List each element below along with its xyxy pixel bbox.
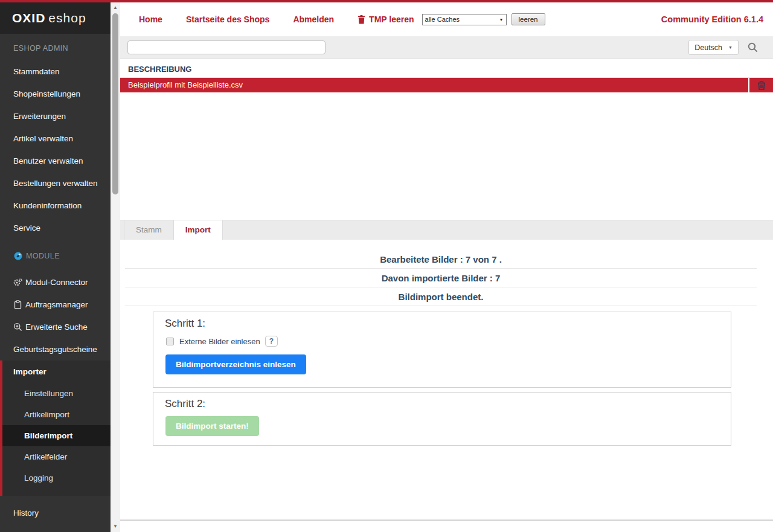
sidebar-item-shopeinstellungen[interactable]: Shopeinstellungen xyxy=(0,83,111,105)
module-section-label: MODULE xyxy=(26,252,60,260)
nav-link-shop-startseite[interactable]: Startseite des Shops xyxy=(186,14,270,24)
list-column-header: BESCHREIBUNG xyxy=(120,59,773,78)
sidebar-item-artikelimport[interactable]: Artikelimport xyxy=(2,404,111,425)
clipboard-icon xyxy=(13,300,22,309)
leeren-button[interactable]: leeren xyxy=(512,13,545,25)
sidebar-item-erweiterungen[interactable]: Erweiterungen xyxy=(0,105,111,127)
sidebar-item-artikelfelder[interactable]: Artikelfelder xyxy=(2,446,111,467)
status-message-processed: Bearbeitete Bilder : 7 von 7 . xyxy=(125,250,757,269)
sidebar-spacer xyxy=(0,264,111,271)
nav-link-home[interactable]: Home xyxy=(139,14,162,24)
external-images-checkbox[interactable] xyxy=(166,338,174,345)
language-select-value: Deutsch xyxy=(694,43,722,52)
sidebar-item-label: Modul-Connector xyxy=(25,271,88,293)
sidebar-item-importer[interactable]: Importer xyxy=(2,361,111,383)
sidebar-item-kundeninformation[interactable]: Kundeninformation xyxy=(0,194,111,217)
sidebar-item-service[interactable]: Service xyxy=(0,217,111,239)
search-icon[interactable] xyxy=(748,42,758,53)
sidebar-importer-block: Importer Einstellungen Artikelimport Bil… xyxy=(0,361,111,496)
sidebar: OXID eshop ESHOP ADMIN Stammdaten Shopei… xyxy=(0,2,111,532)
sidebar-main-nav: Stammdaten Shopeinstellungen Erweiterung… xyxy=(0,60,111,239)
status-message-finished: Bildimport beendet. xyxy=(125,287,757,306)
module-icon xyxy=(13,252,22,261)
import-status-messages: Bearbeitete Bilder : 7 von 7 . Davon imp… xyxy=(125,250,757,306)
sidebar-spacer xyxy=(0,54,111,60)
start-image-import-button[interactable]: Bildimport starten! xyxy=(165,416,259,436)
sidebar-item-label: Auftragsmanager xyxy=(25,293,88,316)
external-images-option: Externe Bilder einlesen ? xyxy=(166,336,719,347)
external-images-label: Externe Bilder einlesen xyxy=(179,337,260,346)
profile-row-label[interactable]: Beispielprofil mit Beispielliste.csv xyxy=(120,78,748,92)
sidebar-item-partial-bottom[interactable]: Exporter xyxy=(0,524,111,532)
sidebar-item-logging[interactable]: Logging xyxy=(2,467,111,489)
profile-list-row: Beispielprofil mit Beispielliste.csv xyxy=(120,78,773,92)
nav-link-abmelden[interactable]: Abmelden xyxy=(293,14,334,24)
cache-select-value: alle Caches xyxy=(425,16,499,23)
trash-icon xyxy=(358,15,365,24)
sidebar-item-auftragsmanager[interactable]: Auftragsmanager xyxy=(0,293,111,316)
chevron-down-icon: ▼ xyxy=(499,18,504,22)
app-logo: OXID eshop xyxy=(0,2,111,34)
top-navigation: Home Startseite des Shops Abmelden TMP l… xyxy=(120,2,773,36)
sidebar-item-bestellungen-verwalten[interactable]: Bestellungen verwalten xyxy=(0,172,111,194)
sidebar-item-bilderimport[interactable]: Bilderimport xyxy=(2,425,111,446)
status-message-imported: Davon importierte Bilder : 7 xyxy=(125,269,757,287)
trash-icon xyxy=(757,81,766,90)
chevron-down-icon: ▼ xyxy=(728,45,733,50)
search-input[interactable] xyxy=(127,40,326,54)
sidebar-scrollbar[interactable]: ▲ ▼ xyxy=(111,2,120,532)
read-import-directory-button[interactable]: Bildimportverzeichnis einlesen xyxy=(165,354,306,374)
tab-stamm[interactable]: Stamm xyxy=(124,220,174,240)
main-panel: Home Startseite des Shops Abmelden TMP l… xyxy=(120,2,773,532)
tab-bar: Stamm Import xyxy=(120,220,773,240)
delete-profile-button[interactable] xyxy=(749,78,773,92)
sidebar-item-artikel-verwalten[interactable]: Artikel verwalten xyxy=(0,127,111,150)
sidebar-spacer xyxy=(0,496,111,502)
step1-box: Schritt 1: Externe Bilder einlesen ? Bil… xyxy=(153,312,731,388)
sidebar-item-benutzer-verwalten[interactable]: Benutzer verwalten xyxy=(0,150,111,172)
cache-select[interactable]: alle Caches ▼ xyxy=(422,14,507,25)
sidebar-item-erweiterte-suche[interactable]: Erweiterte Suche xyxy=(0,316,111,338)
cogs-icon xyxy=(13,278,22,287)
sidebar-spacer xyxy=(0,239,111,248)
magnifier-plus-icon xyxy=(13,322,22,332)
sidebar-item-history[interactable]: History xyxy=(0,502,111,524)
sidebar-section-module: MODULE xyxy=(0,248,111,264)
sidebar-item-geburtstagsgutscheine[interactable]: Geburtstagsgutscheine xyxy=(0,338,111,361)
search-bar: Deutsch ▼ xyxy=(120,36,773,59)
step1-title: Schritt 1: xyxy=(165,318,719,330)
step2-box: Schritt 2: Bildimport starten! xyxy=(153,392,731,446)
sidebar-item-einstellungen[interactable]: Einstellungen xyxy=(2,383,111,404)
tmp-leeren-link[interactable]: TMP leeren xyxy=(358,14,414,24)
scrollbar-up-arrow[interactable]: ▲ xyxy=(111,4,120,12)
scrollbar-down-arrow[interactable]: ▼ xyxy=(111,522,120,531)
help-button[interactable]: ? xyxy=(265,336,278,347)
step2-title: Schritt 2: xyxy=(165,398,719,410)
logo-oxid: OXID xyxy=(12,11,45,25)
sidebar-item-modul-connector[interactable]: Modul-Connector xyxy=(0,271,111,293)
tab-import[interactable]: Import xyxy=(174,220,223,240)
sidebar-item-stammdaten[interactable]: Stammdaten xyxy=(0,60,111,83)
edition-label: Community Edition 6.1.4 xyxy=(661,14,763,24)
logo-eshop: eshop xyxy=(48,11,86,25)
tmp-leeren-label: TMP leeren xyxy=(369,14,414,24)
content-spacer xyxy=(120,92,773,220)
language-select[interactable]: Deutsch ▼ xyxy=(688,40,739,55)
sidebar-section-title: ESHOP ADMIN xyxy=(0,42,111,54)
oxid-admin-page: OXID eshop ESHOP ADMIN Stammdaten Shopei… xyxy=(0,0,773,532)
sidebar-item-label: Erweiterte Suche xyxy=(25,316,88,338)
scrollbar-thumb[interactable] xyxy=(112,13,118,194)
